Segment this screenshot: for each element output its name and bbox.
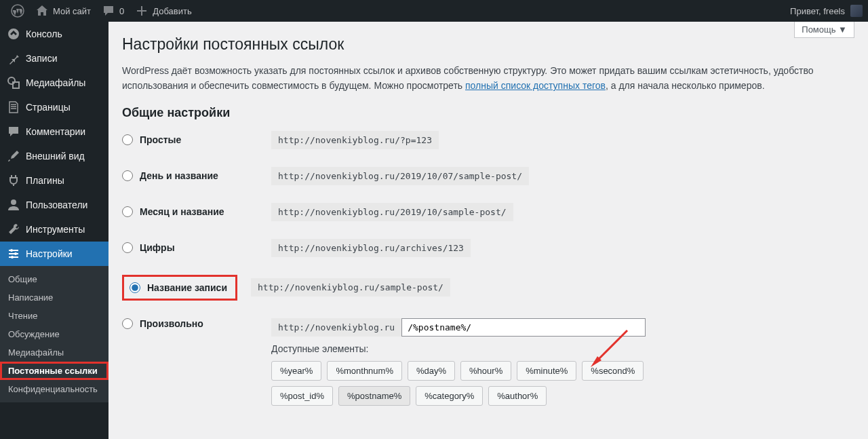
radio-day-name[interactable] bbox=[122, 170, 133, 181]
menu-comments[interactable]: Комментарии bbox=[0, 119, 108, 144]
menu-pages[interactable]: Страницы bbox=[0, 95, 108, 119]
menu-label: Консоль bbox=[26, 28, 62, 39]
page-title: Настройки постоянных ссылок bbox=[122, 35, 854, 54]
radio-numeric[interactable] bbox=[122, 242, 133, 253]
svg-point-5 bbox=[14, 252, 17, 255]
sliders-icon bbox=[7, 247, 20, 261]
radio-plain[interactable] bbox=[122, 134, 133, 145]
wp-logo[interactable] bbox=[5, 0, 30, 22]
page-icon bbox=[7, 100, 20, 114]
add-new-label: Добавить bbox=[153, 6, 191, 16]
avatar[interactable] bbox=[850, 5, 863, 17]
svg-point-4 bbox=[10, 249, 13, 252]
tag-year[interactable]: %year% bbox=[271, 361, 321, 381]
svg-point-3 bbox=[11, 199, 16, 205]
admin-bar: Мой сайт 0 Добавить Привет, freels bbox=[0, 0, 868, 22]
site-name: Мой сайт bbox=[53, 6, 91, 16]
menu-label: Комментарии bbox=[26, 126, 85, 137]
menu-label: Записи bbox=[26, 53, 57, 64]
menu-appearance[interactable]: Внешний вид bbox=[0, 144, 108, 168]
submenu-discussion[interactable]: Обсуждение bbox=[0, 325, 108, 343]
option-custom[interactable]: Произвольно bbox=[122, 318, 258, 329]
comments-count: 0 bbox=[119, 6, 124, 16]
sample-day-name: http://novenkiyblog.ru/2019/10/07/sample… bbox=[271, 167, 529, 185]
tag-author[interactable]: %author% bbox=[488, 386, 547, 406]
dashboard-icon bbox=[7, 27, 20, 41]
tag-monthnum[interactable]: %monthnum% bbox=[327, 361, 402, 381]
sample-month-name: http://novenkiyblog.ru/2019/10/sample-po… bbox=[271, 203, 513, 221]
sample-plain: http://novenkiyblog.ru/?p=123 bbox=[271, 131, 439, 149]
sample-postname: http://novenkiyblog.ru/sample-post/ bbox=[251, 278, 450, 297]
menu-label: Инструменты bbox=[26, 224, 85, 235]
tags-docs-link[interactable]: полный список доступных тегов bbox=[465, 80, 606, 91]
submenu-permalinks[interactable]: Постоянные ссылки bbox=[0, 362, 108, 380]
submenu-writing[interactable]: Написание bbox=[0, 288, 108, 307]
admin-sidebar: Консоль Записи Медиафайлы Страницы Комме… bbox=[0, 22, 108, 439]
menu-media[interactable]: Медиафайлы bbox=[0, 71, 108, 95]
help-button[interactable]: Помощь ▼ bbox=[794, 22, 854, 38]
tag-day[interactable]: %day% bbox=[408, 361, 455, 381]
custom-url-prefix: http://novenkiyblog.ru bbox=[271, 318, 401, 337]
menu-label: Медиафайлы bbox=[26, 77, 85, 88]
svg-point-6 bbox=[11, 256, 14, 259]
menu-label: Настройки bbox=[26, 248, 73, 259]
option-postname[interactable]: Название записи bbox=[124, 282, 227, 293]
brush-icon bbox=[7, 149, 20, 163]
menu-label: Страницы bbox=[26, 102, 71, 113]
menu-plugins[interactable]: Плагины bbox=[0, 168, 108, 193]
available-tags: %year% %monthnum% %day% %hour% %minute% … bbox=[271, 361, 705, 406]
menu-posts[interactable]: Записи bbox=[0, 46, 108, 71]
menu-dashboard[interactable]: Консоль bbox=[0, 22, 108, 46]
tag-postname[interactable]: %postname% bbox=[338, 386, 410, 406]
submenu-general[interactable]: Общие bbox=[0, 270, 108, 288]
tag-second[interactable]: %second% bbox=[582, 361, 644, 381]
user-icon bbox=[7, 198, 20, 212]
wordpress-icon bbox=[11, 4, 24, 18]
menu-label: Плагины bbox=[26, 175, 64, 186]
plus-icon bbox=[135, 4, 149, 18]
tags-label: Доступные элементы: bbox=[271, 343, 705, 354]
media-icon bbox=[7, 76, 20, 90]
tag-hour[interactable]: %hour% bbox=[460, 361, 511, 381]
menu-tools[interactable]: Инструменты bbox=[0, 217, 108, 242]
option-day-name[interactable]: День и название bbox=[122, 170, 258, 181]
main-content: Помощь ▼ Настройки постоянных ссылок Wor… bbox=[108, 22, 868, 439]
plug-icon bbox=[7, 174, 20, 187]
menu-label: Пользователи bbox=[26, 199, 87, 210]
section-title: Общие настройки bbox=[122, 106, 854, 120]
radio-postname[interactable] bbox=[130, 282, 140, 293]
comments-link[interactable]: 0 bbox=[96, 0, 130, 22]
radio-custom[interactable] bbox=[122, 318, 133, 329]
option-numeric[interactable]: Цифры bbox=[122, 242, 258, 253]
custom-structure-input[interactable] bbox=[401, 318, 646, 337]
submenu-media[interactable]: Медиафайлы bbox=[0, 343, 108, 362]
menu-settings[interactable]: Настройки bbox=[0, 242, 108, 266]
tag-minute[interactable]: %minute% bbox=[517, 361, 576, 381]
sample-numeric: http://novenkiyblog.ru/archives/123 bbox=[271, 239, 471, 257]
add-new-link[interactable]: Добавить bbox=[130, 0, 197, 22]
tag-category[interactable]: %category% bbox=[416, 386, 483, 406]
submenu-privacy[interactable]: Конфиденциальность bbox=[0, 380, 108, 398]
comment-icon bbox=[7, 125, 20, 138]
radio-month-name[interactable] bbox=[122, 206, 133, 217]
comment-icon bbox=[102, 4, 115, 18]
menu-label: Внешний вид bbox=[26, 151, 85, 161]
option-plain[interactable]: Простые bbox=[122, 134, 258, 145]
site-name-link[interactable]: Мой сайт bbox=[30, 0, 96, 22]
greeting[interactable]: Привет, freels bbox=[790, 6, 845, 16]
submenu-reading[interactable]: Чтение bbox=[0, 307, 108, 325]
svg-point-1 bbox=[8, 77, 15, 84]
option-month-name[interactable]: Месяц и название bbox=[122, 206, 258, 217]
menu-users[interactable]: Пользователи bbox=[0, 193, 108, 217]
intro-text: WordPress даёт возможность указать для п… bbox=[122, 63, 827, 94]
home-icon bbox=[35, 4, 49, 18]
wrench-icon bbox=[7, 223, 20, 236]
settings-submenu: Общие Написание Чтение Обсуждение Медиаф… bbox=[0, 266, 108, 402]
tag-postid[interactable]: %post_id% bbox=[271, 386, 333, 406]
pin-icon bbox=[7, 52, 20, 65]
